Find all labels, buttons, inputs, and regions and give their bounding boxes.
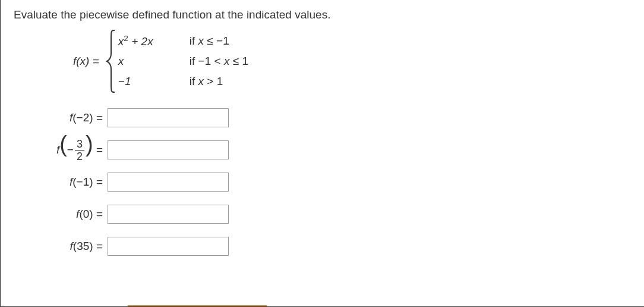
piece-expr: x2 + 2x [118, 34, 190, 48]
function-definition: f(x) = x2 + 2x if x ≤ −1 x if −1 < x ≤ 1… [73, 29, 631, 94]
answer-input-f-neg1[interactable] [108, 173, 229, 192]
piecewise-brace-group: x2 + 2x if x ≤ −1 x if −1 < x ≤ 1 −1 if … [105, 29, 248, 94]
answer-label: f(−2) = [26, 111, 108, 124]
answer-input-f-0[interactable] [108, 205, 229, 224]
answer-row: f(35) = [26, 233, 631, 259]
answer-input-f-35[interactable] [108, 237, 229, 256]
problem-container: Evaluate the piecewise defined function … [0, 0, 644, 307]
bottom-accent-bar [128, 305, 267, 306]
answer-row: f(−32) = [26, 137, 631, 163]
answer-input-f-neg3over2[interactable] [108, 140, 229, 159]
piece-row: x if −1 < x ≤ 1 [118, 51, 248, 71]
answer-label: f(−1) = [26, 176, 108, 189]
piece-expr: x [118, 55, 190, 68]
piece-row: x2 + 2x if x ≤ −1 [118, 31, 248, 51]
answer-label: f(35) = [26, 240, 108, 253]
answer-label: f(0) = [26, 208, 108, 221]
answer-row: f(−2) = [26, 105, 631, 131]
function-lhs: f(x) = [73, 55, 99, 68]
answer-row: f(−1) = [26, 169, 631, 195]
piece-expr: −1 [118, 75, 190, 88]
answer-inputs: f(−2) = f(−32) = f(−1) = f(0) = f(35) = [26, 105, 631, 259]
answer-input-f-neg2[interactable] [108, 108, 229, 127]
piece-row: −1 if x > 1 [118, 71, 248, 92]
answer-label: f(−32) = [26, 139, 108, 162]
answer-row: f(0) = [26, 201, 631, 227]
prompt-text: Evaluate the piecewise defined function … [14, 8, 631, 21]
piece-cond: if x > 1 [190, 75, 223, 88]
piece-cond: if x ≤ −1 [190, 35, 229, 48]
pieces-list: x2 + 2x if x ≤ −1 x if −1 < x ≤ 1 −1 if … [118, 29, 248, 94]
left-brace-icon [105, 29, 118, 94]
piece-cond: if −1 < x ≤ 1 [190, 55, 248, 68]
